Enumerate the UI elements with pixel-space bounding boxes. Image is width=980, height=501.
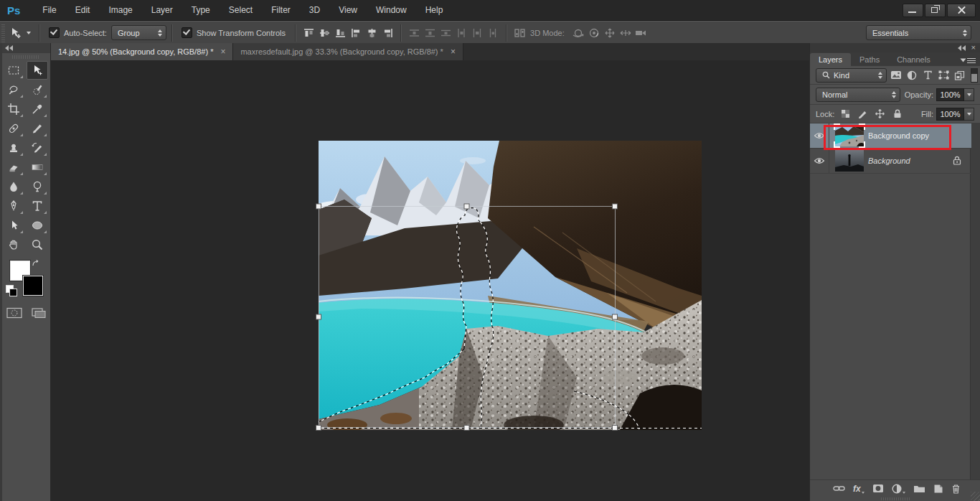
auto-select-dropdown[interactable]: Group bbox=[111, 25, 166, 40]
menu-filter[interactable]: Filter bbox=[262, 0, 300, 20]
background-color-swatch[interactable] bbox=[23, 276, 43, 296]
align-vertical-centers-icon[interactable] bbox=[316, 26, 332, 40]
panel-collapse-icon[interactable] bbox=[958, 45, 966, 51]
layer-name[interactable]: Background bbox=[868, 156, 910, 165]
tab-channels[interactable]: Channels bbox=[888, 53, 938, 66]
menu-file[interactable]: File bbox=[33, 0, 65, 20]
add-layer-mask-button[interactable] bbox=[872, 484, 884, 493]
document-viewport[interactable] bbox=[51, 60, 809, 501]
3d-camera-icon[interactable] bbox=[633, 26, 649, 40]
blur-tool[interactable] bbox=[3, 177, 24, 196]
align-right-edges-icon[interactable] bbox=[380, 26, 395, 40]
filter-kind-dropdown[interactable]: Kind bbox=[816, 68, 887, 83]
clone-stamp-tool[interactable] bbox=[3, 139, 24, 157]
visibility-toggle[interactable] bbox=[810, 123, 829, 148]
fill-value[interactable]: 100% bbox=[936, 108, 964, 121]
panel-drag-handle[interactable] bbox=[881, 497, 910, 500]
3d-pan-icon[interactable] bbox=[602, 26, 618, 40]
resize-grip[interactable] bbox=[971, 492, 980, 501]
toolbar-collapse[interactable] bbox=[2, 43, 50, 53]
rectangular-marquee-tool[interactable] bbox=[3, 61, 24, 80]
eraser-tool[interactable] bbox=[3, 158, 24, 177]
swap-colors-icon[interactable] bbox=[32, 259, 42, 268]
brush-tool[interactable] bbox=[27, 119, 48, 138]
tab-layers[interactable]: Layers bbox=[810, 53, 851, 66]
auto-align-layers-icon[interactable] bbox=[512, 26, 527, 40]
panel-menu-icon[interactable] bbox=[961, 57, 976, 66]
blend-mode-dropdown[interactable]: Normal bbox=[816, 88, 900, 102]
distribute-vertical-centers-icon[interactable] bbox=[422, 26, 438, 40]
3d-rotate-icon[interactable] bbox=[570, 26, 586, 40]
align-bottom-edges-icon[interactable] bbox=[332, 26, 348, 40]
move-tool[interactable] bbox=[27, 61, 48, 80]
screen-mode-button[interactable] bbox=[30, 306, 47, 319]
3d-roll-icon[interactable] bbox=[586, 26, 602, 40]
menu-layer[interactable]: Layer bbox=[142, 0, 182, 20]
menu-type[interactable]: Type bbox=[182, 0, 220, 20]
document-tab-2[interactable]: maxresdefault.jpg @ 33.3% (Background co… bbox=[233, 43, 463, 60]
filter-pixel-layers-icon[interactable] bbox=[890, 69, 903, 82]
minimize-button[interactable] bbox=[903, 4, 923, 17]
new-group-button[interactable] bbox=[913, 484, 925, 493]
opacity-value[interactable]: 100% bbox=[936, 88, 964, 101]
distribute-horizontal-centers-icon[interactable] bbox=[469, 26, 485, 40]
lock-all-icon[interactable] bbox=[891, 108, 903, 121]
align-left-edges-icon[interactable] bbox=[348, 26, 364, 40]
history-brush-tool[interactable] bbox=[27, 139, 48, 157]
filtering-toggle[interactable] bbox=[971, 68, 978, 83]
tab-paths[interactable]: Paths bbox=[851, 53, 888, 66]
visibility-toggle[interactable] bbox=[810, 149, 829, 173]
layer-row-background-copy[interactable]: Background copy bbox=[810, 123, 971, 149]
distribute-bottom-edges-icon[interactable] bbox=[438, 26, 453, 40]
layer-name[interactable]: Background copy bbox=[868, 131, 929, 140]
fill-dropdown-button[interactable] bbox=[964, 108, 974, 121]
lock-position-icon[interactable] bbox=[874, 108, 886, 121]
lock-transparency-icon[interactable] bbox=[839, 108, 852, 121]
menu-image[interactable]: Image bbox=[99, 0, 141, 20]
menu-window[interactable]: Window bbox=[367, 0, 416, 20]
menu-help[interactable]: Help bbox=[416, 0, 453, 20]
quick-mask-button[interactable] bbox=[6, 306, 23, 319]
distribute-left-edges-icon[interactable] bbox=[453, 26, 469, 40]
hand-tool[interactable] bbox=[3, 235, 24, 254]
menu-view[interactable]: View bbox=[329, 0, 367, 20]
distribute-right-edges-icon[interactable] bbox=[485, 26, 501, 40]
path-selection-tool[interactable] bbox=[3, 216, 24, 235]
dodge-tool[interactable] bbox=[27, 177, 48, 196]
gradient-tool[interactable] bbox=[27, 158, 48, 177]
quick-selection-tool[interactable] bbox=[27, 80, 48, 99]
filter-shape-layers-icon[interactable] bbox=[938, 69, 951, 82]
filter-type-layers-icon[interactable] bbox=[921, 69, 934, 82]
lock-pixels-icon[interactable] bbox=[857, 108, 869, 121]
layer-style-button[interactable]: fx bbox=[853, 484, 864, 494]
layer-thumbnail[interactable] bbox=[835, 125, 864, 146]
panel-close-icon[interactable]: × bbox=[971, 44, 976, 52]
toolbar-drag-handle[interactable] bbox=[12, 55, 40, 59]
workspace-dropdown[interactable]: Essentials bbox=[866, 25, 971, 40]
move-tool-icon[interactable] bbox=[8, 26, 24, 40]
new-adjustment-layer-button[interactable] bbox=[892, 484, 905, 494]
eyedropper-tool[interactable] bbox=[27, 100, 48, 118]
pen-tool[interactable] bbox=[3, 197, 24, 215]
crop-tool[interactable] bbox=[3, 100, 24, 118]
restore-button[interactable] bbox=[925, 4, 946, 17]
default-colors-icon[interactable] bbox=[6, 285, 14, 293]
new-layer-button[interactable] bbox=[933, 484, 943, 494]
filter-smart-objects-icon[interactable] bbox=[953, 69, 966, 82]
opacity-dropdown-button[interactable] bbox=[964, 88, 974, 101]
menu-select[interactable]: Select bbox=[220, 0, 262, 20]
filter-adjustment-layers-icon[interactable] bbox=[905, 69, 918, 82]
layer-thumbnail[interactable] bbox=[835, 150, 864, 172]
delete-layer-button[interactable] bbox=[951, 484, 961, 494]
tool-preset-caret[interactable] bbox=[27, 32, 31, 34]
options-drag-handle[interactable] bbox=[1, 24, 5, 42]
tab-close-icon[interactable]: × bbox=[220, 47, 225, 56]
show-transform-checkbox[interactable]: Show Transform Controls bbox=[182, 27, 286, 38]
align-top-edges-icon[interactable] bbox=[301, 26, 316, 40]
document-tab-1[interactable]: 14.jpg @ 50% (Background copy, RGB/8#) *… bbox=[51, 43, 233, 60]
close-button[interactable] bbox=[947, 4, 976, 17]
menu-3d[interactable]: 3D bbox=[300, 0, 329, 20]
link-layers-button[interactable] bbox=[833, 485, 845, 492]
tab-close-icon[interactable]: × bbox=[451, 47, 456, 56]
zoom-tool[interactable] bbox=[27, 235, 48, 254]
